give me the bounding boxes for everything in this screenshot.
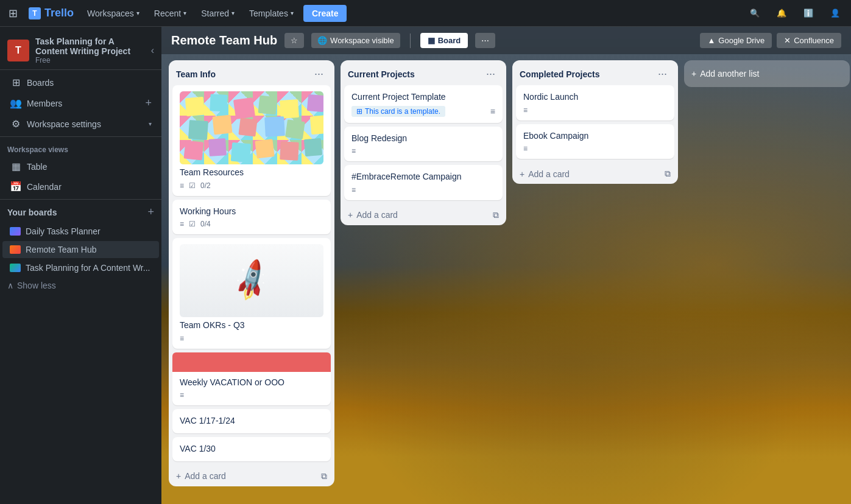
board-view-icon: ▦	[428, 36, 435, 45]
card-ebook-campaign-meta: ≡	[523, 144, 667, 153]
card-nordic-launch[interactable]: Nordic Launch ≡	[516, 85, 674, 121]
your-boards-title: Your boards	[7, 208, 57, 217]
card-template-icon: ⧉	[665, 169, 671, 179]
card-ebook-campaign[interactable]: Ebook Campaign ≡	[516, 124, 674, 159]
svg-rect-5	[307, 94, 323, 112]
card-working-hours-title: Working Hours	[180, 206, 236, 216]
svg-rect-15	[255, 139, 274, 158]
search-button[interactable]: 🔍	[744, 5, 766, 21]
confluence-button[interactable]: ✕ Confluence	[777, 33, 841, 48]
card-blog-redesign[interactable]: Blog Redesign ≡	[344, 127, 503, 162]
card-weekly-vacation-title: Weekly VACATION or OOO	[180, 377, 284, 387]
checklist-count: 0/2	[200, 181, 211, 190]
svg-rect-10	[285, 119, 305, 139]
card-vac-1[interactable]: VAC 1/17-1/24	[172, 409, 331, 433]
description-icon: ≡	[180, 220, 184, 228]
svg-rect-8	[238, 117, 257, 136]
add-list-button[interactable]: + Add another list	[684, 60, 850, 87]
card-nordic-launch-icons: ≡	[523, 106, 528, 114]
add-member-icon[interactable]: +	[145, 97, 152, 110]
templates-menu[interactable]: Templates ▾	[243, 5, 300, 22]
checklist-icon: ☑	[189, 220, 196, 228]
svg-rect-17	[304, 138, 322, 156]
card-team-okrs[interactable]: 🚀 Team OKRs - Q3 ≡	[172, 238, 331, 349]
plus-icon: +	[520, 169, 524, 179]
notification-button[interactable]: 🔔	[771, 5, 793, 21]
list-completed-projects-body: Nordic Launch ≡ Ebook Campaign ≡	[512, 85, 678, 163]
card-blog-redesign-title: Blog Redesign	[351, 133, 407, 143]
list-team-info-menu[interactable]: ···	[311, 66, 327, 82]
board-area: Remote Team Hub ☆ 🌐 Workspace visible ▦ …	[161, 27, 851, 504]
sidebar-item-calendar[interactable]: 📅 Calendar	[2, 177, 159, 196]
plus-icon: +	[691, 69, 696, 79]
confluence-icon: ✕	[784, 36, 791, 45]
remote-team-board-icon	[10, 245, 21, 254]
calendar-icon: 📅	[10, 181, 22, 192]
visibility-button[interactable]: 🌐 Workspace visible	[311, 33, 400, 48]
sidebar-item-task-planning[interactable]: Task Planning for A Content Wr...	[2, 259, 159, 276]
card-template-icon: ⧉	[493, 210, 499, 220]
card-embrace-remote-icons: ≡	[351, 186, 356, 194]
list-completed-projects-menu[interactable]: ···	[654, 66, 671, 82]
card-weekly-vacation-icons: ≡	[180, 391, 184, 399]
card-working-hours[interactable]: Working Hours ≡ ☑ 0/4	[172, 200, 331, 235]
list-team-info-title: Team Info	[176, 69, 216, 79]
workspace-info: Task Planning for A Content Writing Proj…	[35, 37, 145, 65]
card-ebook-campaign-icons: ≡	[523, 144, 528, 153]
members-icon: 👥	[10, 97, 22, 109]
daily-tasks-board-icon	[10, 227, 21, 236]
card-current-project-template[interactable]: Current Project Template ⊞ This card is …	[344, 85, 503, 123]
star-board-button[interactable]: ☆	[284, 33, 304, 48]
description-icon: ≡	[180, 181, 184, 190]
starred-menu[interactable]: Starred ▾	[195, 5, 241, 22]
card-vac-2[interactable]: VAC 1/30	[172, 437, 331, 461]
google-drive-button[interactable]: ▲ Google Drive	[700, 33, 772, 48]
svg-rect-0	[185, 97, 205, 117]
recent-menu[interactable]: Recent ▾	[148, 5, 192, 22]
card-embrace-remote[interactable]: #EmbraceRemote Campaign ≡	[344, 165, 503, 200]
description-icon: ≡	[351, 147, 356, 155]
list-current-projects-menu[interactable]: ···	[482, 66, 499, 82]
list-completed-projects-header: Completed Projects ···	[512, 60, 678, 85]
card-template-title: Current Project Template	[351, 92, 446, 102]
views-more-button[interactable]: ⋯	[475, 33, 495, 48]
sidebar-item-remote-team[interactable]: Remote Team Hub	[2, 241, 159, 258]
globe-icon: 🌐	[317, 36, 327, 45]
card-ebook-campaign-title: Ebook Campaign	[523, 131, 588, 141]
avatar-button[interactable]: 👤	[824, 5, 846, 21]
sidebar-item-workspace-settings[interactable]: ⚙ Workspace settings ▾	[2, 114, 159, 133]
svg-rect-11	[310, 115, 323, 135]
workspaces-caret: ▾	[136, 10, 139, 16]
svg-rect-9	[264, 116, 285, 137]
collapse-sidebar-button[interactable]: ‹	[151, 45, 154, 56]
grid-icon[interactable]: ⊞	[5, 4, 21, 23]
add-board-icon[interactable]: +	[147, 206, 154, 219]
sidebar-item-boards[interactable]: ⊞ Boards	[2, 73, 159, 92]
sidebar-item-members[interactable]: 👥 Members +	[2, 93, 159, 113]
trello-logo[interactable]: T Trello	[24, 7, 79, 19]
add-card-completed-projects-button[interactable]: + Add a card ⧉	[512, 164, 678, 184]
boards-icon: ⊞	[10, 77, 22, 88]
card-nordic-launch-meta: ≡	[523, 106, 667, 114]
red-bar-cover	[172, 352, 331, 372]
workspace-name: Task Planning for A Content Writing Proj…	[35, 37, 145, 56]
card-working-hours-meta: ≡ ☑ 0/4	[180, 220, 323, 228]
show-less-button[interactable]: ∧ Show less	[0, 277, 161, 294]
table-icon: ▦	[10, 161, 22, 172]
sidebar-item-table[interactable]: ▦ Table	[2, 157, 159, 176]
create-button[interactable]: Create	[303, 5, 347, 22]
board-header-right: ▲ Google Drive ✕ Confluence	[700, 33, 841, 48]
list-team-info: Team Info ···	[169, 60, 334, 486]
svg-rect-16	[280, 141, 299, 161]
card-embrace-remote-meta: ≡	[351, 186, 495, 194]
card-team-resources[interactable]: Team Resources ≡ ☑ 0/2	[172, 85, 331, 196]
card-weekly-vacation[interactable]: Weekly VACATION or OOO ≡	[172, 352, 331, 406]
add-card-team-info-button[interactable]: + Add a card ⧉	[169, 466, 334, 486]
info-button[interactable]: ℹ️	[797, 5, 819, 21]
starred-caret: ▾	[231, 10, 235, 16]
board-view-button[interactable]: ▦ Board	[420, 33, 468, 48]
add-card-current-projects-button[interactable]: + Add a card ⧉	[341, 205, 506, 225]
google-drive-icon: ▲	[707, 36, 715, 45]
sidebar-item-daily-tasks[interactable]: Daily Tasks Planner	[2, 223, 159, 240]
workspaces-menu[interactable]: Workspaces ▾	[81, 5, 146, 22]
